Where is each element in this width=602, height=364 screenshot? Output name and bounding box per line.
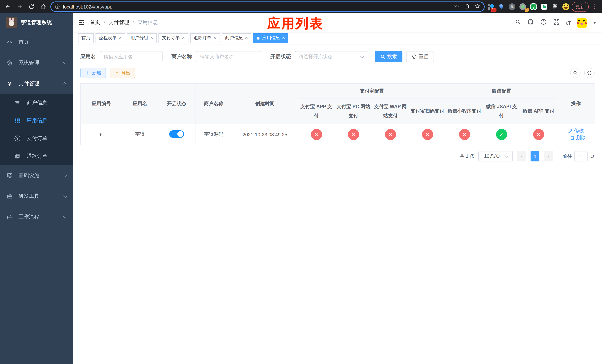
browser-back-button[interactable]: [3, 2, 13, 11]
sidebar-item-app-info[interactable]: 应用信息: [0, 112, 73, 130]
share-icon[interactable]: [464, 3, 470, 10]
browser-reload-button[interactable]: [27, 2, 36, 11]
site-info-icon[interactable]: [55, 4, 60, 9]
breadcrumb-home[interactable]: 首页: [90, 19, 100, 26]
close-icon[interactable]: ✕: [245, 36, 248, 40]
header-search-icon[interactable]: [515, 19, 521, 26]
chevron-down-icon: [63, 60, 68, 65]
font-size-icon[interactable]: tT: [566, 20, 570, 26]
delete-link[interactable]: 删除: [570, 134, 586, 141]
toggle-search-button[interactable]: [570, 68, 580, 78]
close-icon[interactable]: ✕: [150, 36, 153, 40]
store-icon: [14, 100, 20, 106]
sidebar-item-label: 支付订单: [27, 135, 47, 142]
chevron-down-icon: [63, 173, 68, 177]
refresh-button[interactable]: [584, 68, 595, 78]
avatar-caret-icon[interactable]: [593, 22, 596, 25]
sidebar-item-label: 首页: [19, 39, 29, 45]
search-button[interactable]: 搜索: [375, 51, 402, 62]
help-icon[interactable]: [540, 19, 547, 27]
col-header-alipay-wap: 支付宝 WAP 网站支付: [372, 99, 409, 124]
extension-badge: 10: [491, 8, 496, 12]
cell-app-name: 芋道: [122, 124, 158, 145]
extension-command-icon[interactable]: ⌘: [508, 3, 516, 10]
col-header-alipay-pc: 支付宝 PC 网站支付: [335, 99, 372, 124]
status-icon: ✕: [385, 129, 396, 140]
tab-user-group[interactable]: 用户分组✕: [127, 33, 157, 43]
sidebar-item-infrastructure[interactable]: 基础设施: [0, 165, 73, 186]
merchant-name-input[interactable]: [196, 51, 261, 62]
add-button[interactable]: 新增: [80, 68, 106, 78]
yuan-circle-icon: ¥: [14, 136, 20, 141]
status-icon: ✕: [533, 129, 544, 140]
close-icon[interactable]: ✕: [118, 36, 122, 40]
export-button[interactable]: 导出: [110, 68, 135, 78]
browser-home-button[interactable]: [39, 2, 48, 11]
reset-button[interactable]: 重置: [406, 51, 434, 62]
sidebar-item-label: 工作流程: [19, 214, 39, 220]
workflow-toolbox-icon: [7, 214, 13, 220]
tab-merchant-info[interactable]: 商户信息✕: [222, 33, 251, 43]
browser-menu-icon[interactable]: ⋮: [591, 3, 599, 10]
gear-icon: [7, 60, 13, 66]
collapse-sidebar-icon[interactable]: [78, 19, 85, 26]
sidebar-item-merchant-info[interactable]: 商户信息: [0, 94, 73, 112]
sidebar-logo[interactable]: 芋道管理系统: [0, 13, 73, 32]
github-icon[interactable]: [527, 19, 534, 27]
sidebar-item-system[interactable]: 系统管理: [0, 53, 73, 73]
prev-page-button[interactable]: ‹: [517, 151, 526, 161]
group-header-alipay: 支付宝配置: [298, 84, 446, 99]
edit-link[interactable]: 修改: [568, 127, 584, 134]
goto-suffix: 页: [590, 153, 595, 160]
page-size-select[interactable]: 10条/页: [478, 151, 513, 161]
extension-blocks-icon[interactable]: 10: [487, 3, 494, 10]
breadcrumb-section[interactable]: 支付管理: [108, 19, 129, 26]
tab-app-info[interactable]: 应用信息✕: [253, 33, 288, 43]
sidebar-item-dev-tools[interactable]: 研发工具: [0, 186, 73, 207]
group-header-wechat: 微信配置: [446, 84, 557, 99]
sidebar-item-refund-order[interactable]: 退款订单: [0, 147, 73, 165]
extension-y-icon[interactable]: y: [530, 3, 537, 10]
sidebar-item-label: 商户信息: [27, 100, 47, 106]
fullscreen-icon[interactable]: [553, 19, 560, 27]
status-toggle[interactable]: [169, 130, 184, 138]
cell-merchant: 芋道源码: [195, 124, 232, 145]
password-key-icon[interactable]: [453, 3, 460, 10]
tab-process-form[interactable]: 流程表单✕: [96, 33, 125, 43]
chevron-down-icon: [63, 194, 68, 198]
app-name-input[interactable]: [100, 51, 162, 62]
col-header-alipay-qr: 支付宝扫码支付: [409, 99, 446, 124]
profile-avatar-icon[interactable]: [562, 3, 570, 10]
status-select[interactable]: 请选择开启状态: [295, 51, 367, 62]
next-page-button[interactable]: ›: [544, 151, 553, 161]
extension-chat-icon[interactable]: [540, 3, 548, 10]
chevron-down-icon: [360, 54, 365, 58]
sidebar-item-pay-order[interactable]: ¥ 支付订单: [0, 130, 73, 147]
goto-page-input[interactable]: [574, 151, 588, 161]
sidebar-item-label: 退款订单: [27, 153, 47, 160]
logo-image: [6, 17, 17, 28]
browser-update-button[interactable]: 更新: [572, 2, 589, 12]
sidebar-item-payment[interactable]: ¥ 支付管理: [0, 73, 73, 94]
col-header-wechat-mini: 微信小程序支付: [446, 99, 483, 124]
user-avatar[interactable]: [577, 18, 587, 28]
close-icon[interactable]: ✕: [213, 36, 216, 40]
close-icon[interactable]: ✕: [182, 36, 185, 40]
sidebar-item-workflow[interactable]: 工作流程: [0, 207, 73, 227]
browser-chrome: localhost:1024/pay/app 10 ⌘: [0, 0, 602, 13]
tab-home[interactable]: 首页: [78, 33, 94, 43]
bookmark-star-icon[interactable]: [474, 3, 480, 10]
extension-status-icon[interactable]: 1: [519, 3, 527, 10]
tab-pay-order[interactable]: 支付订单✕: [159, 33, 188, 43]
dashboard-icon: [7, 39, 13, 45]
extensions-puzzle-icon[interactable]: [551, 3, 559, 10]
browser-forward-button[interactable]: [15, 2, 24, 11]
address-bar[interactable]: localhost:1024/pay/app: [50, 1, 485, 12]
page-1-button[interactable]: 1: [531, 151, 539, 161]
sidebar-item-home[interactable]: 首页: [0, 32, 73, 53]
close-icon[interactable]: ✕: [282, 36, 285, 40]
extension-gem-icon[interactable]: [498, 3, 505, 10]
tab-refund-order[interactable]: 退款订单✕: [190, 33, 220, 43]
col-header-wechat-jsapi: 微信 JSAPI 支付: [483, 99, 520, 124]
status-icon: ✕: [459, 129, 470, 140]
